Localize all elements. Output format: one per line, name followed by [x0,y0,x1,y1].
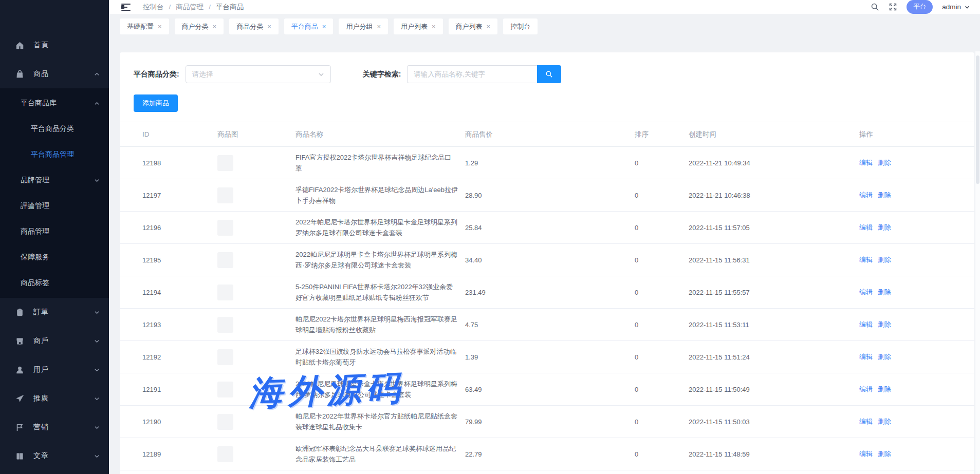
scrollbar-thumb[interactable] [976,55,979,184]
sidebar-item-orders[interactable]: 訂單 [0,298,109,327]
cell-sort: 0 [635,418,689,426]
sidebar-item-label: 商品管理 [21,227,49,236]
topbar: 控制台 / 商品管理 / 平台商品 平台 admin [109,0,980,14]
sidebar-item-label: 平台商品管理 [31,150,74,159]
cell-id: 12189 [142,450,217,458]
collapse-menu-icon[interactable] [121,3,132,11]
delete-link[interactable]: 删除 [878,353,891,361]
user-icon [15,366,24,374]
edit-link[interactable]: 编辑 [859,223,873,231]
select-placeholder: 请选择 [192,70,213,79]
cell-id: 12197 [142,192,217,199]
edit-link[interactable]: 编辑 [859,418,873,425]
breadcrumb-separator: / [169,3,171,11]
cell-id: 12190 [142,418,217,426]
tab-console[interactable]: 控制台 [503,18,538,34]
close-tab-icon[interactable]: × [322,23,326,30]
sidebar-item-goods[interactable]: 商品 [0,60,109,88]
search-icon[interactable] [871,3,879,11]
tab-user-group[interactable]: 用户分组 × [339,18,388,34]
delete-link[interactable]: 删除 [878,450,891,458]
sidebar-item-merchants[interactable]: 商戶 [0,327,109,355]
edit-link[interactable]: 编辑 [859,191,873,199]
tab-merchant-list[interactable]: 商户列表 × [449,18,498,34]
user-menu[interactable]: admin [942,3,970,11]
chevron-up-icon [94,71,100,77]
tab-user-list[interactable]: 用户列表 × [394,18,443,34]
sidebar-item-brand-manage[interactable]: 品牌管理 [0,167,109,193]
product-image-placeholder [217,155,233,171]
sidebar-item-platform-goods-lib[interactable]: 平台商品库 [0,90,109,116]
cell-product-name: 2022年帕尼尼卡塔尔世界杯足球明星卡盒足球明星系列罗纳尔多足球有限公司球迷卡盒… [295,217,465,238]
edit-link[interactable]: 编辑 [859,159,873,166]
col-header-actions: 操作 [859,130,974,139]
sidebar-item-platform-goods-category[interactable]: 平台商品分类 [0,116,109,142]
cell-id: 12198 [142,159,217,167]
close-tab-icon[interactable]: × [377,23,381,30]
close-tab-icon[interactable]: × [487,23,491,30]
category-select[interactable]: 请选择 [186,65,331,83]
close-tab-icon[interactable]: × [267,23,271,30]
delete-link[interactable]: 删除 [878,288,891,296]
sidebar-item-goods-manage[interactable]: 商品管理 [0,219,109,244]
sidebar-item-goods-tags[interactable]: 商品标签 [0,270,109,296]
sidebar-item-review-manage[interactable]: 評論管理 [0,193,109,219]
edit-link[interactable]: 编辑 [859,256,873,263]
workspace-badge[interactable]: 平台 [907,0,933,14]
chevron-down-icon [94,453,100,459]
edit-link[interactable]: 编辑 [859,320,873,328]
table-row: 12189 欧洲冠军杯表彰纪念品大耳朵联赛足球奖杯球迷用品纪念品家居装饰工艺品 … [120,438,974,470]
tab-bar: 基礎配置 × 商户分类 × 商品分类 × 平台商品 × 用户分组 × 用户列表 … [109,14,980,39]
tab-basic-config[interactable]: 基礎配置 × [120,18,169,34]
breadcrumb-item[interactable]: 商品管理 [176,3,204,12]
delete-link[interactable]: 删除 [878,223,891,231]
merchant-icon [15,337,24,346]
fullscreen-icon[interactable] [889,3,897,11]
keyword-filter-label: 关键字检索: [363,70,401,79]
edit-link[interactable]: 编辑 [859,288,873,296]
close-tab-icon[interactable]: × [432,23,436,30]
cell-sort: 0 [635,159,689,167]
sidebar-item-users[interactable]: 用戶 [0,355,109,384]
tab-label: 基礎配置 [127,22,154,31]
keyword-input[interactable] [407,65,537,83]
close-tab-icon[interactable]: × [213,23,217,30]
sidebar-item-marketing[interactable]: 营销 [0,413,109,442]
cell-product-name: 帕尼尼卡2022年世界杯卡塔尔官方贴纸帕尼尼贴纸盒套装球迷球星礼品收集卡 [295,411,465,432]
delete-link[interactable]: 删除 [878,159,891,166]
delete-link[interactable]: 删除 [878,191,891,199]
delete-link[interactable]: 删除 [878,418,891,425]
sidebar-item-guarantee-service[interactable]: 保障服务 [0,244,109,270]
tab-label: 控制台 [510,22,530,31]
edit-link[interactable]: 编辑 [859,450,873,458]
edit-link[interactable]: 编辑 [859,385,873,393]
cell-product-name: 5-250件PANINI FIFA世界杯卡塔尔2022年32强业余爱好官方收藏明… [295,281,465,303]
cell-created: 2022-11-15 11:50:03 [689,418,859,426]
delete-link[interactable]: 删除 [878,256,891,263]
tab-merchant-category[interactable]: 商户分类 × [175,18,224,34]
breadcrumb-item-current: 平台商品 [216,3,244,12]
edit-link[interactable]: 编辑 [859,353,873,361]
sidebar-item-platform-goods-manage[interactable]: 平台商品管理 [0,142,109,167]
tab-goods-category[interactable]: 商品分类 × [229,18,279,34]
tab-platform-goods[interactable]: 平台商品 × [284,18,334,34]
sidebar-item-articles[interactable]: 文章 [0,442,109,470]
cell-product-name: 2022帕尼尼足球明星卡盒卡塔尔世界杯足球明星系列梅西·罗纳尔多足球有限公司球迷… [295,378,465,400]
search-icon [545,70,553,78]
sidebar: 首頁 商品 平台商品库 平台商品分类 平台商品管理 品牌管理 評論管理 [0,0,109,474]
cell-price: 63.49 [465,386,635,393]
product-image-placeholder [217,317,233,333]
sidebar-item-promotion[interactable]: 推廣 [0,384,109,413]
delete-link[interactable]: 删除 [878,320,891,328]
col-header-id: ID [142,130,217,138]
search-button[interactable] [537,65,561,83]
cell-sort: 0 [635,386,689,393]
close-tab-icon[interactable]: × [158,23,162,30]
add-product-button[interactable]: 添加商品 [134,94,178,112]
sidebar-item-home[interactable]: 首頁 [0,31,109,60]
vertical-scrollbar[interactable] [975,51,980,474]
delete-link[interactable]: 删除 [878,385,891,393]
breadcrumb-item[interactable]: 控制台 [143,3,164,12]
product-image-placeholder [217,220,233,236]
table-header: ID 商品图 商品名称 商品售价 排序 创建时间 操作 [120,122,974,147]
